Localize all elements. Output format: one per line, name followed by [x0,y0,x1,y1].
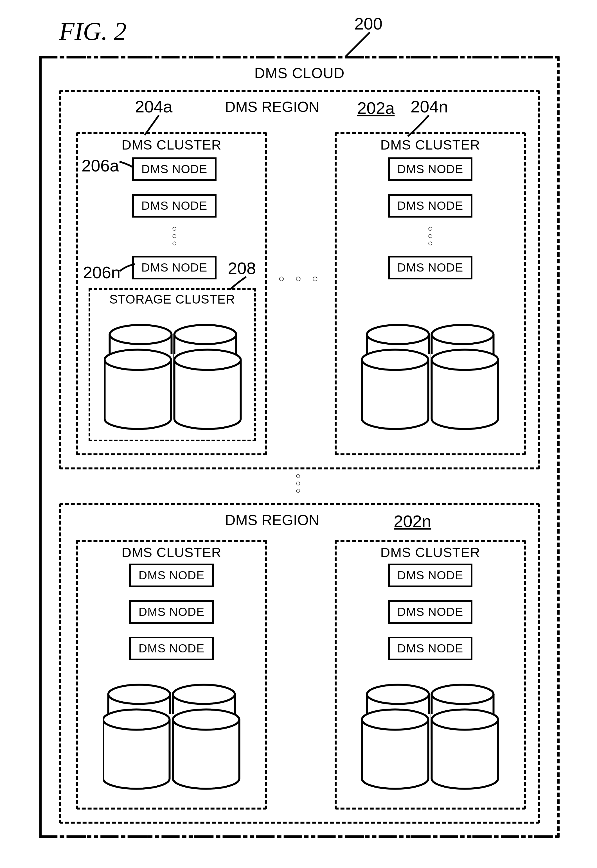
ref-204a: 204a [135,97,172,116]
ref-208: 208 [228,259,256,278]
ellipsis-vertical-icon: ○○○ [293,472,304,494]
svg-point-13 [173,685,235,704]
ref-206a: 206a [82,156,119,175]
storage-cluster-title: STORAGE CLUSTER [89,292,256,307]
figure-title: FIG. 2 [59,17,126,46]
svg-point-9 [362,350,428,370]
svg-point-23 [432,710,498,730]
ref-202n: 202n [394,512,431,531]
leader-206n [118,263,138,274]
svg-point-17 [173,710,239,730]
dms-node: DMS NODE [132,194,217,218]
storage-cylinders-icon [361,677,499,792]
dms-region-n-title: DMS REGION [225,512,319,529]
leader-200 [343,31,377,59]
svg-point-5 [174,350,241,370]
svg-point-19 [432,685,493,704]
dms-node: DMS NODE [129,564,214,587]
ellipsis-vertical-icon: ○○○ [169,225,180,247]
ref-204n: 204n [411,97,448,116]
dms-cluster-n-title: DMS CLUSTER [335,137,526,153]
figure-canvas: FIG. 2 200 DMS CLOUD 202a DMS REGION 204… [11,11,586,857]
dms-node: DMS NODE [388,256,472,279]
ref-202a: 202a [357,98,395,118]
ref-206n: 206n [83,263,120,282]
dms-cluster-a-title: DMS CLUSTER [76,137,267,153]
svg-point-6 [367,325,429,344]
ref-200: 200 [354,14,382,33]
dms-node: DMS NODE [388,637,472,660]
svg-point-18 [367,685,429,704]
ellipsis-vertical-icon: ○○○ [425,225,436,247]
storage-cylinders-icon [104,318,242,433]
svg-point-7 [432,325,493,344]
dms-cloud-title: DMS CLOUD [39,65,560,81]
dms-node: DMS NODE [388,194,472,218]
ellipsis-horizontal-icon: ○ ○ ○ [278,273,322,284]
svg-point-15 [103,710,169,730]
dms-node: DMS NODE [129,637,214,660]
svg-point-0 [110,325,172,344]
dms-node: DMS NODE [388,600,472,624]
dms-node: DMS NODE [132,256,217,279]
dms-region-a-title: DMS REGION [225,98,319,115]
storage-cylinders-icon [361,318,499,433]
dms-cluster-title: DMS CLUSTER [76,545,267,560]
dms-node: DMS NODE [388,157,472,181]
svg-point-12 [108,685,170,704]
svg-point-3 [105,350,171,370]
dms-node: DMS NODE [388,564,472,587]
dms-node: DMS NODE [129,600,214,624]
dms-node: DMS NODE [132,157,217,181]
storage-cylinders-icon [102,677,241,792]
svg-point-21 [362,710,428,730]
dms-cluster-title: DMS CLUSTER [335,545,526,560]
svg-point-1 [174,325,236,344]
svg-point-11 [432,350,498,370]
